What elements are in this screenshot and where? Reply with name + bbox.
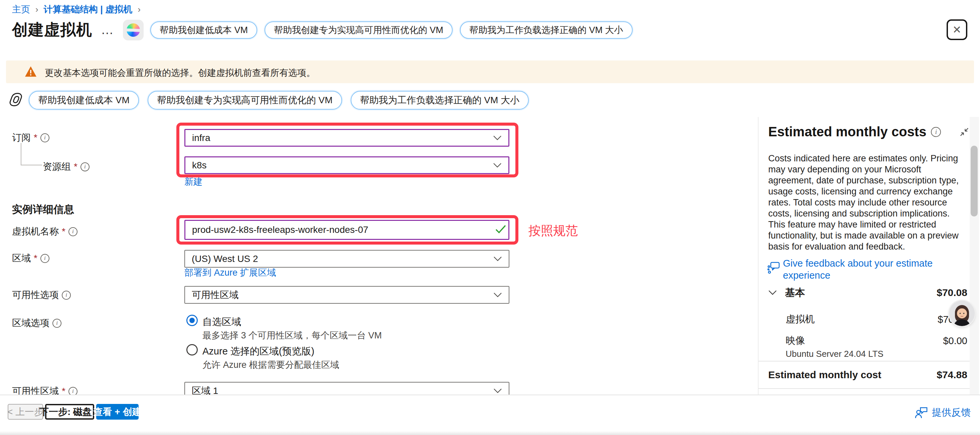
resource-group-label: 资源组 * i bbox=[43, 160, 89, 173]
suggestion-right-vm-size[interactable]: 帮助我为工作负载选择正确的 VM 大小 bbox=[460, 21, 633, 39]
cost-item-name: 虚拟机 bbox=[786, 313, 815, 326]
assistant-avatar[interactable] bbox=[949, 301, 975, 326]
review-create-button[interactable]: 查看 + 创建 bbox=[96, 404, 138, 420]
warning-banner: 更改基本选项可能会重置所做的选择。创建虚拟机前查看所有选项。 bbox=[6, 61, 974, 83]
tree-connector bbox=[21, 165, 42, 166]
close-button[interactable]: ✕ bbox=[947, 19, 967, 40]
region-dropdown[interactable]: (US) West US 2 bbox=[185, 250, 509, 268]
cost-item-row: 虚拟机 $70.08 bbox=[768, 313, 968, 326]
cost-item-row: 映像 $0.00 bbox=[768, 334, 968, 347]
availability-zones-dropdown[interactable]: 区域 1 bbox=[185, 382, 509, 395]
info-icon[interactable]: i bbox=[62, 291, 71, 300]
close-icon: ✕ bbox=[953, 23, 962, 36]
avatar-image bbox=[949, 301, 975, 326]
valid-check-icon bbox=[495, 225, 506, 234]
availability-zones-value: 区域 1 bbox=[192, 384, 218, 395]
cost-group-row: 基本 $70.08 bbox=[768, 285, 968, 300]
next-step-disks-button[interactable]: 下一步: 磁盘 > bbox=[45, 404, 94, 420]
title-row: 创建虚拟机 … 帮助我创建低成本 VM 帮助我创建专为实现高可用性而优化的 VM… bbox=[12, 19, 633, 40]
warning-text: 更改基本选项可能会重置所做的选择。创建虚拟机前查看所有选项。 bbox=[45, 67, 315, 79]
copilot-outline-icon[interactable] bbox=[10, 92, 23, 107]
chevron-down-icon bbox=[493, 256, 502, 261]
cost-item-amount: $0.00 bbox=[943, 335, 967, 346]
annotation-text: 按照规范 bbox=[528, 223, 578, 239]
tree-connector bbox=[21, 143, 21, 165]
scrollbar-thumb[interactable] bbox=[970, 146, 978, 217]
radio-self-selected-zones[interactable] bbox=[186, 315, 198, 326]
availability-options-label: 可用性选项 i bbox=[12, 288, 71, 301]
divider bbox=[758, 361, 975, 362]
breadcrumb: 主页 › 计算基础结构 | 虚拟机 › bbox=[12, 3, 141, 15]
subscription-value: infra bbox=[192, 133, 210, 143]
cost-item-name: 映像 bbox=[786, 334, 805, 347]
footer-bar: < 上一步 下一步: 磁盘 > 查看 + 创建 提供反馈 bbox=[0, 395, 980, 435]
info-icon[interactable]: i bbox=[68, 387, 78, 395]
info-icon[interactable]: i bbox=[40, 254, 49, 263]
panel-divider bbox=[758, 117, 759, 395]
deploy-extended-zones-link[interactable]: 部署到 Azure 扩展区域 bbox=[185, 267, 276, 279]
cost-total-label: Estimated monthly cost bbox=[768, 369, 881, 381]
region-value: (US) West US 2 bbox=[192, 253, 258, 264]
required-mark: * bbox=[34, 253, 37, 264]
copilot-suggestions-top: 帮助我创建低成本 VM 帮助我创建专为实现高可用性而优化的 VM 帮助我为工作负… bbox=[150, 21, 633, 39]
zone-options-label: 区域选项 i bbox=[12, 317, 62, 330]
info-icon[interactable]: i bbox=[931, 127, 941, 137]
suggestion-high-availability-vm[interactable]: 帮助我创建专为实现高可用性而优化的 VM bbox=[148, 91, 342, 110]
availability-zones-label: 可用性区域 * i bbox=[12, 385, 78, 395]
scrollbar-track[interactable] bbox=[970, 117, 979, 395]
cost-group-amount: $70.08 bbox=[937, 287, 967, 298]
radio-azure-selected-zones-label[interactable]: Azure 选择的区域(预览版) bbox=[202, 345, 314, 358]
previous-step-button[interactable]: < 上一步 bbox=[8, 404, 43, 420]
warning-icon bbox=[25, 66, 37, 77]
region-label: 区域 * i bbox=[12, 252, 49, 265]
give-feedback-label: 提供反馈 bbox=[932, 406, 970, 419]
estimate-feedback-link[interactable]: Give feedback about your estimate experi… bbox=[783, 257, 970, 281]
required-mark: * bbox=[34, 132, 37, 143]
required-mark: * bbox=[62, 226, 65, 237]
person-feedback-icon bbox=[915, 406, 928, 419]
info-icon[interactable]: i bbox=[68, 227, 78, 236]
main-content: 主页 › 计算基础结构 | 虚拟机 › 创建虚拟机 … 帮助我创建低成本 VM … bbox=[0, 0, 980, 395]
info-icon[interactable]: i bbox=[40, 133, 49, 142]
breadcrumb-virtual-machines[interactable]: 计算基础结构 | 虚拟机 bbox=[44, 3, 133, 15]
cost-item-subtext: Ubuntu Server 24.04 LTS bbox=[786, 349, 883, 359]
page-title: 创建虚拟机 bbox=[12, 19, 92, 40]
chevron-down-icon bbox=[493, 135, 502, 141]
info-icon[interactable]: i bbox=[81, 163, 89, 171]
chevron-down-icon bbox=[493, 292, 502, 298]
collapse-panel-icon[interactable] bbox=[959, 127, 969, 137]
breadcrumb-separator: › bbox=[35, 4, 38, 15]
feedback-bubbles-icon bbox=[767, 261, 780, 275]
copilot-button[interactable] bbox=[123, 20, 144, 40]
suggestion-low-cost-vm[interactable]: 帮助我创建低成本 VM bbox=[150, 21, 257, 39]
divider bbox=[758, 388, 975, 389]
create-vm-page: 主页 › 计算基础结构 | 虚拟机 › 创建虚拟机 … 帮助我创建低成本 VM … bbox=[0, 0, 980, 435]
copilot-icon bbox=[124, 21, 142, 38]
radio-azure-selected-zones-desc: 允许 Azure 根据需要分配最佳区域 bbox=[202, 359, 339, 371]
chevron-down-icon bbox=[493, 388, 502, 394]
more-options-icon[interactable]: … bbox=[101, 23, 114, 37]
subscription-label: 订阅 * i bbox=[12, 131, 49, 144]
resource-group-dropdown[interactable]: k8s bbox=[185, 156, 509, 174]
cost-total-row: Estimated monthly cost $74.88 bbox=[768, 368, 968, 382]
chevron-down-icon[interactable] bbox=[768, 290, 777, 295]
chevron-down-icon bbox=[493, 163, 502, 168]
breadcrumb-separator: › bbox=[138, 4, 141, 15]
info-icon[interactable]: i bbox=[52, 319, 62, 328]
availability-options-dropdown[interactable]: 可用性区域 bbox=[185, 286, 509, 304]
vm-name-label: 虚拟机名称 * i bbox=[12, 225, 78, 238]
suggestion-right-vm-size[interactable]: 帮助我为工作负载选择正确的 VM 大小 bbox=[351, 91, 529, 110]
cost-panel-title: Estimated monthly costs bbox=[768, 124, 926, 139]
radio-self-selected-zones-label[interactable]: 自选区域 bbox=[202, 315, 241, 329]
give-feedback-link[interactable]: 提供反馈 bbox=[915, 406, 970, 419]
subscription-dropdown[interactable]: infra bbox=[185, 129, 509, 147]
required-mark: * bbox=[62, 386, 65, 395]
cost-total-amount: $74.88 bbox=[937, 369, 967, 381]
radio-azure-selected-zones[interactable] bbox=[186, 344, 198, 355]
cost-panel-header: Estimated monthly costs i bbox=[768, 124, 941, 139]
create-new-resource-group-link[interactable]: 新建 bbox=[185, 176, 202, 188]
suggestion-high-availability-vm[interactable]: 帮助我创建专为实现高可用性而优化的 VM bbox=[264, 21, 453, 39]
vm-name-input[interactable] bbox=[185, 220, 509, 240]
suggestion-low-cost-vm[interactable]: 帮助我创建低成本 VM bbox=[29, 91, 139, 110]
breadcrumb-home[interactable]: 主页 bbox=[12, 3, 30, 15]
